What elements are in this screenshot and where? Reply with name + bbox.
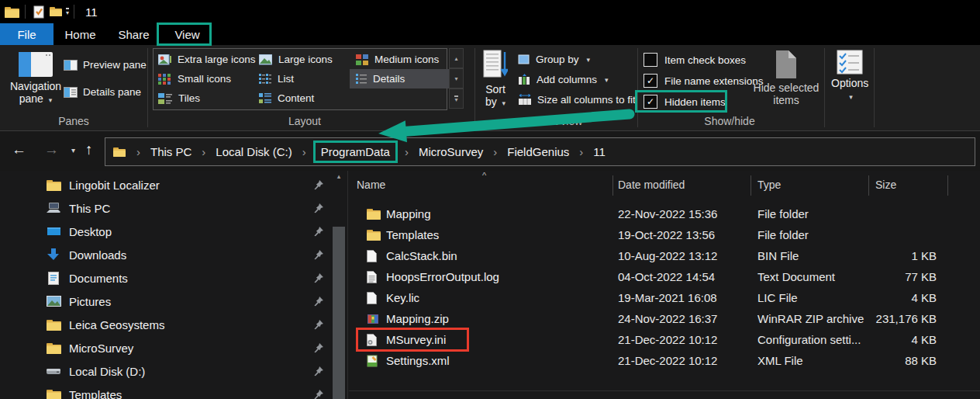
file-type: BIN File <box>757 249 799 262</box>
tab-file[interactable]: File <box>0 23 53 45</box>
pin-icon[interactable] <box>313 226 324 240</box>
large-icons-button[interactable]: Large icons <box>254 50 333 69</box>
sidebar-item-desktop[interactable]: Desktop <box>0 220 347 243</box>
address-bar[interactable]: › This PC › Local Disk (C:) › ProgramDat… <box>105 137 975 166</box>
file-name[interactable]: Settings.xml <box>386 354 450 367</box>
pin-icon[interactable] <box>313 296 324 310</box>
breadcrumb-11[interactable]: 11 <box>593 145 606 158</box>
properties-icon[interactable] <box>30 3 47 20</box>
file-row-settings-xml[interactable]: Settings.xml 21-Dec-2022 10:12 XML File … <box>349 351 980 372</box>
file-name[interactable]: Mapping.zip <box>386 312 449 325</box>
sidebar-item-this-pc[interactable]: This PC <box>0 196 347 220</box>
size-all-columns-button[interactable]: Size all columns to fit <box>518 94 636 106</box>
pin-icon[interactable] <box>313 203 324 217</box>
sidebar-item-downloads[interactable]: Downloads <box>0 243 347 266</box>
pin-icon[interactable] <box>313 249 324 263</box>
sidebar-item-microsurvey[interactable]: MicroSurvey <box>0 336 347 359</box>
column-resize-handle[interactable] <box>947 175 948 196</box>
gallery-scroll-down-icon[interactable]: ▾ <box>449 68 464 88</box>
tab-view[interactable]: View <box>160 23 214 45</box>
back-icon[interactable]: ← <box>12 141 26 158</box>
tab-home[interactable]: Home <box>53 23 107 45</box>
sort-by-button[interactable]: Sort by ▾ <box>479 50 512 109</box>
navigation-pane-button[interactable]: Navigation pane ▾ <box>6 51 65 106</box>
add-columns-button[interactable]: Add columns ▾ <box>518 74 609 85</box>
sidebar-item-local-disk-d[interactable]: Local Disk (D:) <box>0 359 347 383</box>
sidebar-item-leica-geosystems[interactable]: Leica Geosystems <box>0 313 347 336</box>
breadcrumb-programdata[interactable]: ProgramData <box>313 141 398 163</box>
breadcrumb-microsurvey[interactable]: MicroSurvey <box>419 145 483 158</box>
file-name[interactable]: Templates <box>386 228 439 241</box>
column-header-type[interactable]: Type <box>757 179 781 191</box>
column-resize-handle[interactable] <box>612 175 613 196</box>
file-name[interactable]: Mapping <box>386 207 431 220</box>
hidden-items-checkbox[interactable]: ✓ Hidden items <box>644 95 726 109</box>
breadcrumb-fieldgenius[interactable]: FieldGenius <box>507 145 569 158</box>
details-pane-button[interactable]: Details pane <box>64 86 141 98</box>
up-icon[interactable]: ↑ <box>85 141 93 158</box>
pin-icon[interactable] <box>313 389 324 399</box>
file-row-msurvey-ini[interactable]: MSurvey.ini 21-Dec-2022 10:12 Configurat… <box>349 330 980 351</box>
checkbox-icon[interactable] <box>644 53 657 67</box>
tab-share[interactable]: Share <box>107 23 160 45</box>
recent-locations-chevron-icon[interactable]: ▾ <box>71 146 75 154</box>
preview-pane-button[interactable]: Preview pane <box>64 59 147 71</box>
file-name[interactable]: CalcStack.bin <box>386 249 457 262</box>
extra-large-icons-icon <box>158 54 171 65</box>
text-file-icon <box>367 271 377 286</box>
file-name[interactable]: HoopsErrorOutput.log <box>386 270 499 283</box>
file-row-templates[interactable]: Templates 19-Oct-2022 13:56 File folder <box>349 225 980 246</box>
winrar-zip-icon <box>367 313 379 328</box>
quick-access-toolbar-chevron-icon[interactable]: ▾ <box>66 8 69 16</box>
file-name[interactable]: Key.lic <box>386 291 419 304</box>
column-header-date-modified[interactable]: Date modified <box>618 179 685 191</box>
sidebar-scrollbar-thumb[interactable] <box>333 227 345 399</box>
gallery-expand-icon[interactable]: ▾ <box>449 88 464 109</box>
file-list-header: ^ Name Date modified Type Size <box>349 174 980 197</box>
tiles-button[interactable]: Tiles <box>154 88 200 108</box>
pin-icon[interactable] <box>313 179 324 193</box>
file-row-mapping-zip[interactable]: Mapping.zip 24-Nov-2022 16:37 WinRAR ZIP… <box>349 309 980 330</box>
group-by-button[interactable]: Group by ▾ <box>518 54 590 65</box>
hide-selected-items-button[interactable]: Hide selected items <box>749 50 823 106</box>
options-button[interactable]: Options▾ <box>831 50 868 103</box>
pictures-icon <box>45 296 62 307</box>
details-view-button[interactable]: Details <box>350 69 450 88</box>
gallery-scroll-up-icon[interactable]: ▴ <box>449 48 464 68</box>
file-name[interactable]: MSurvey.ini <box>386 333 446 346</box>
file-row-mapping[interactable]: Mapping 22-Nov-2022 15:36 File folder <box>349 204 980 225</box>
forward-icon[interactable]: → <box>44 141 59 158</box>
new-folder-icon[interactable] <box>47 3 64 20</box>
file-row-calcstack[interactable]: CalcStack.bin 10-Aug-2022 13:12 BIN File… <box>349 246 980 267</box>
sidebar-item-documents[interactable]: Documents <box>0 266 347 290</box>
pin-icon[interactable] <box>313 342 324 356</box>
pin-icon[interactable] <box>313 272 324 286</box>
sidebar-item-pictures[interactable]: Pictures <box>0 290 347 313</box>
checkbox-icon[interactable]: ✓ <box>644 74 657 88</box>
column-resize-handle[interactable] <box>868 175 869 196</box>
content-button[interactable]: Content <box>254 88 314 108</box>
column-resize-handle[interactable] <box>751 175 751 196</box>
checkbox-icon[interactable]: ✓ <box>644 95 657 109</box>
sidebar-scroll-up-icon[interactable]: ▴ <box>333 172 345 180</box>
small-icons-button[interactable]: Small icons <box>154 69 231 88</box>
pin-icon[interactable] <box>313 366 324 380</box>
file-row-key-lic[interactable]: Key.lic 19-Mar-2021 16:08 LIC File 4 KB <box>349 288 980 309</box>
column-header-size[interactable]: Size <box>875 179 896 191</box>
sidebar-item-templates[interactable]: Templates <box>0 383 347 399</box>
medium-icons-icon <box>356 54 368 65</box>
folder-icon <box>367 229 381 243</box>
file-name-extensions-checkbox[interactable]: ✓ File name extensions <box>644 74 764 88</box>
column-header-name[interactable]: Name <box>357 179 385 191</box>
medium-icons-button[interactable]: Medium icons <box>351 50 449 69</box>
breadcrumb-local-disk-c[interactable]: Local Disk (C:) <box>216 145 292 158</box>
breadcrumb-this-pc[interactable]: This PC <box>150 145 192 158</box>
pin-icon[interactable] <box>313 319 324 333</box>
list-button[interactable]: List <box>254 69 294 88</box>
breadcrumb-separator: › <box>302 145 306 158</box>
file-date: 04-Oct-2022 14:54 <box>618 270 715 283</box>
item-check-boxes-checkbox[interactable]: Item check boxes <box>644 53 746 67</box>
extra-large-icons-button[interactable]: Extra large icons <box>154 50 256 69</box>
file-row-hoopserroroutput[interactable]: HoopsErrorOutput.log 04-Oct-2022 14:54 T… <box>349 267 980 288</box>
sidebar-item-lingobit-localizer[interactable]: Lingobit Localizer <box>0 173 347 196</box>
